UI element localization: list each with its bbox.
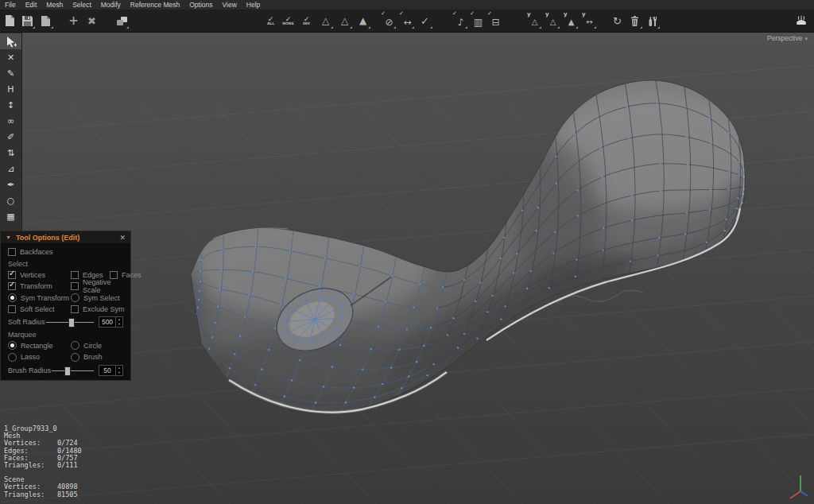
- save-button[interactable]: [19, 12, 36, 29]
- save-icon: [21, 15, 33, 27]
- bake-button[interactable]: [793, 12, 809, 29]
- delete-button[interactable]: ✖: [83, 12, 100, 29]
- delete-tool[interactable]: ✕: [0, 49, 21, 65]
- spin-down-icon[interactable]: ▾: [116, 322, 122, 327]
- stat-row: Triangles:81505: [4, 491, 82, 498]
- new-file-button[interactable]: [2, 12, 18, 29]
- draw-tool[interactable]: ✎: [0, 65, 21, 81]
- brush-radius-slider-handle[interactable]: [64, 366, 71, 376]
- circle-icon: ○: [7, 196, 15, 206]
- tubes-tool[interactable]: ∞: [0, 113, 21, 129]
- circle-tool[interactable]: ○: [0, 192, 21, 208]
- flyout-corner: [576, 26, 578, 29]
- reload-button[interactable]: ↻: [609, 12, 626, 29]
- menu-options[interactable]: Options: [184, 1, 217, 9]
- select-loop-button[interactable]: ✓ ♪: [452, 12, 468, 29]
- brush-radius-spinbox[interactable]: 50 ▴▾: [99, 365, 123, 376]
- edge-triangle-icon: △: [341, 16, 348, 25]
- menu-file[interactable]: File: [0, 1, 21, 9]
- soft-radius-slider[interactable]: [46, 318, 94, 326]
- select-none-button[interactable]: ✓ NONE: [280, 12, 297, 29]
- select-invert-button[interactable]: ✓ INV: [298, 12, 315, 29]
- menu-modify[interactable]: Modify: [96, 1, 126, 9]
- trash-icon: [630, 15, 640, 27]
- loop-icon: ♪: [458, 17, 464, 27]
- marquee-rectangle-radio[interactable]: [8, 341, 17, 350]
- marquee-circle-radio[interactable]: [71, 341, 79, 350]
- soft-radius-slider-handle[interactable]: [68, 318, 75, 328]
- brush-tool[interactable]: ✐: [0, 129, 21, 145]
- snap-vertices-button[interactable]: y △: [525, 12, 542, 29]
- vertex-mode-button[interactable]: △: [317, 12, 334, 29]
- refresh-icon: ↻: [613, 16, 622, 26]
- spin-down-icon[interactable]: ▾: [116, 370, 122, 375]
- ring-icon: ▥: [474, 17, 483, 27]
- select-confirm-button[interactable]: ✓: [417, 12, 433, 29]
- sym-select-checkbox[interactable]: [71, 293, 79, 302]
- open-button[interactable]: [37, 12, 54, 29]
- vertices-checkbox[interactable]: ✓: [8, 271, 16, 279]
- face-mode-button[interactable]: ▲: [355, 12, 371, 29]
- menu-select[interactable]: Select: [68, 1, 96, 9]
- menu-edit[interactable]: Edit: [21, 1, 42, 9]
- select-all-button[interactable]: ✓ ALL: [262, 12, 279, 29]
- select-border-button[interactable]: ✓ ⊟: [486, 12, 503, 29]
- flyout-corner: [412, 26, 414, 29]
- slice-tool[interactable]: ⊿: [0, 161, 21, 176]
- cursor-plus-icon: [6, 36, 17, 48]
- snap-faces-button[interactable]: y ▲: [562, 12, 579, 29]
- move-tool[interactable]: ↕: [0, 97, 21, 113]
- grid-icon: ▦: [6, 211, 14, 222]
- edge-mode-button[interactable]: △: [336, 12, 353, 29]
- backface-icon: ⊘: [385, 17, 393, 27]
- backfaces-checkbox[interactable]: [8, 248, 16, 256]
- select-heading: Select: [1, 258, 130, 269]
- border-icon: ⊟: [491, 17, 499, 27]
- fork-icon: y: [564, 12, 568, 17]
- delete-mesh-button[interactable]: [626, 12, 643, 29]
- collapse-triangle-icon[interactable]: ▼: [6, 235, 11, 240]
- fork-icon: y: [582, 12, 586, 17]
- snap-edges-button[interactable]: y △: [544, 12, 560, 29]
- brush-radius-slider[interactable]: [52, 366, 94, 374]
- marquee-lasso-radio[interactable]: [8, 353, 17, 362]
- import-layers-button[interactable]: [113, 12, 130, 29]
- flyout-corner: [640, 26, 642, 29]
- sym-transform-checkbox[interactable]: [8, 293, 17, 302]
- menu-mesh[interactable]: Mesh: [41, 1, 68, 9]
- tools-icon: [647, 15, 658, 27]
- negative-scale-checkbox[interactable]: [71, 282, 79, 290]
- bridge-tool[interactable]: H: [0, 81, 21, 97]
- snap-transform-button[interactable]: y ↔: [580, 12, 597, 29]
- flyout-corner: [331, 26, 333, 29]
- transform-checkbox[interactable]: ✓: [8, 282, 16, 290]
- marquee-brush-radio[interactable]: [71, 353, 79, 362]
- select-backfaces-button[interactable]: ✓ ⊘: [380, 12, 397, 29]
- stat-row: Triangles:0/111: [4, 462, 82, 469]
- flyout-corner: [393, 26, 396, 29]
- panel-title-bar[interactable]: ▼ Tool Options (Edit) ✕: [1, 231, 130, 243]
- menu-view[interactable]: View: [218, 1, 242, 9]
- patch-tool[interactable]: ▦: [0, 208, 21, 224]
- exclude-sym-checkbox[interactable]: [71, 305, 79, 313]
- brush-icon: ✐: [7, 132, 14, 142]
- settings-tools-button[interactable]: [644, 12, 661, 29]
- pen-tool[interactable]: ✒: [0, 176, 21, 192]
- edges-checkbox[interactable]: [71, 271, 79, 279]
- menu-reference-mesh[interactable]: Reference Mesh: [126, 1, 184, 9]
- faces-checkbox[interactable]: [110, 271, 118, 279]
- extrude-tool[interactable]: ⇅: [0, 145, 21, 161]
- close-icon[interactable]: ✕: [119, 234, 126, 242]
- check-icon: ✓: [399, 11, 404, 17]
- select-ring-button[interactable]: ✓ ▥: [469, 12, 486, 29]
- select-swap-button[interactable]: ✓ ↔: [398, 12, 415, 29]
- camera-mode-dropdown[interactable]: Perspective▾: [767, 34, 808, 42]
- select-tool[interactable]: [0, 33, 21, 49]
- soft-select-checkbox[interactable]: [8, 305, 16, 313]
- soft-radius-spinbox[interactable]: 500 ▴▾: [99, 316, 123, 328]
- add-button[interactable]: +: [65, 12, 82, 29]
- menu-help[interactable]: Help: [242, 1, 265, 9]
- move-axis-icon: ↕: [7, 100, 14, 110]
- menu-bar: File Edit Mesh Select Modify Reference M…: [0, 0, 814, 10]
- viewport[interactable]: Perspective▾ ▼ Tool Options (Edit) ✕ Bac…: [0, 32, 814, 504]
